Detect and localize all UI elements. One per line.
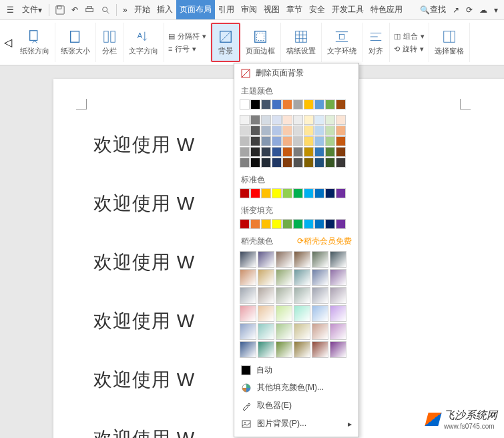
background-button[interactable]: 背景 — [211, 23, 240, 62]
sync-icon[interactable]: ⟳ — [463, 5, 476, 15]
color-swatch[interactable] — [336, 158, 346, 168]
color-swatch[interactable] — [304, 219, 314, 229]
color-swatch[interactable] — [293, 115, 303, 125]
color-swatch[interactable] — [314, 115, 324, 125]
color-swatch[interactable] — [240, 115, 250, 125]
color-swatch[interactable] — [282, 136, 292, 146]
color-swatch[interactable] — [325, 219, 335, 229]
color-swatch[interactable] — [314, 158, 324, 168]
color-swatch[interactable] — [272, 115, 282, 125]
gradient-swatch[interactable] — [258, 305, 274, 322]
gradient-swatch[interactable] — [294, 323, 310, 340]
caret-down-icon[interactable]: ▾ — [491, 5, 501, 15]
undo-icon[interactable]: ↶ — [68, 5, 81, 15]
color-swatch[interactable] — [293, 126, 303, 136]
columns-button[interactable]: 分栏 — [96, 23, 123, 62]
color-swatch[interactable] — [304, 147, 314, 157]
separator-button[interactable]: ▤分隔符 ▾ — [168, 30, 206, 43]
tab-page-layout[interactable]: 页面布局 — [176, 0, 215, 19]
color-swatch[interactable] — [293, 158, 303, 168]
color-swatch[interactable] — [250, 147, 260, 157]
color-swatch[interactable] — [272, 147, 282, 157]
tab-references[interactable]: 引用 — [215, 0, 238, 19]
search-button[interactable]: 🔍查找 — [417, 4, 449, 15]
gradient-swatch[interactable] — [330, 269, 346, 286]
gradient-swatch[interactable] — [258, 251, 274, 268]
gradient-swatch[interactable] — [330, 251, 346, 268]
color-swatch[interactable] — [304, 126, 314, 136]
more-icon[interactable]: » — [119, 5, 131, 15]
color-swatch[interactable] — [250, 136, 260, 146]
color-swatch[interactable] — [261, 115, 271, 125]
gradient-swatch[interactable] — [240, 287, 256, 304]
gradient-swatch[interactable] — [276, 341, 292, 358]
gradient-swatch[interactable] — [312, 341, 328, 358]
color-swatch[interactable] — [325, 147, 335, 157]
color-swatch[interactable] — [336, 219, 346, 229]
color-swatch[interactable] — [282, 158, 292, 168]
color-swatch[interactable] — [336, 99, 346, 110]
hamburger-icon[interactable]: ☰ — [3, 0, 18, 19]
gradient-swatch[interactable] — [312, 323, 328, 340]
color-swatch[interactable] — [304, 158, 314, 168]
gradient-swatch[interactable] — [330, 323, 346, 340]
preview-icon[interactable] — [97, 5, 113, 15]
color-swatch[interactable] — [250, 219, 260, 229]
color-swatch[interactable] — [272, 188, 282, 198]
group-button[interactable]: ◫组合 ▾ — [394, 30, 425, 43]
color-swatch[interactable] — [272, 219, 282, 229]
color-swatch[interactable] — [336, 188, 346, 198]
color-swatch[interactable] — [325, 115, 335, 125]
color-swatch[interactable] — [250, 126, 260, 136]
color-swatch[interactable] — [325, 188, 335, 198]
select-pane-button[interactable]: 选择窗格 — [429, 23, 470, 62]
gradient-swatch[interactable] — [330, 287, 346, 304]
color-swatch[interactable] — [293, 219, 303, 229]
line-number-button[interactable]: ≡行号 ▾ — [168, 43, 206, 55]
color-swatch[interactable] — [261, 158, 271, 168]
color-swatch[interactable] — [282, 219, 292, 229]
color-swatch[interactable] — [314, 136, 324, 146]
color-swatch[interactable] — [250, 158, 260, 168]
color-swatch[interactable] — [272, 158, 282, 168]
gradient-swatch[interactable] — [294, 305, 310, 322]
color-swatch[interactable] — [293, 147, 303, 157]
color-swatch[interactable] — [336, 115, 346, 125]
color-swatch[interactable] — [293, 99, 303, 110]
gradient-swatch[interactable] — [294, 341, 310, 358]
color-swatch[interactable] — [336, 126, 346, 136]
manuscript-button[interactable]: 稿纸设置 — [281, 23, 322, 62]
color-swatch[interactable] — [261, 136, 271, 146]
tab-insert[interactable]: 插入 — [154, 0, 176, 19]
remove-bg-item[interactable]: 删除页面背景 — [234, 63, 358, 83]
color-swatch[interactable] — [240, 158, 250, 168]
rotate-button[interactable]: ⟲旋转 ▾ — [394, 43, 425, 55]
color-swatch[interactable] — [314, 188, 324, 198]
eyedropper-item[interactable]: 取色器(E) — [234, 397, 358, 415]
color-swatch[interactable] — [282, 99, 292, 110]
gradient-swatch[interactable] — [276, 251, 292, 268]
gradient-swatch[interactable] — [312, 269, 328, 286]
gradient-swatch[interactable] — [312, 305, 328, 322]
tab-view[interactable]: 视图 — [260, 0, 283, 19]
tab-start[interactable]: 开始 — [131, 0, 154, 19]
cloud-icon[interactable]: ☁ — [476, 5, 491, 15]
color-swatch[interactable] — [314, 126, 324, 136]
tab-review[interactable]: 审阅 — [238, 0, 260, 19]
tab-security[interactable]: 安全 — [306, 0, 328, 19]
color-swatch[interactable] — [261, 126, 271, 136]
gradient-swatch[interactable] — [294, 287, 310, 304]
gradient-swatch[interactable] — [276, 269, 292, 286]
gradient-swatch[interactable] — [240, 305, 256, 322]
color-swatch[interactable] — [325, 99, 335, 110]
tab-featured[interactable]: 特色应用 — [367, 0, 406, 19]
color-swatch[interactable] — [250, 99, 260, 110]
gradient-swatch[interactable] — [240, 323, 256, 340]
text-wrap-button[interactable]: 文字环绕 — [322, 23, 362, 62]
picture-bg-item[interactable]: 图片背景(P)... ▸ — [234, 415, 358, 433]
gradient-swatch[interactable] — [258, 323, 274, 340]
color-swatch[interactable] — [240, 126, 250, 136]
color-swatch[interactable] — [293, 188, 303, 198]
page-border-button[interactable]: 页面边框 — [240, 23, 281, 62]
save-icon[interactable] — [52, 5, 68, 15]
